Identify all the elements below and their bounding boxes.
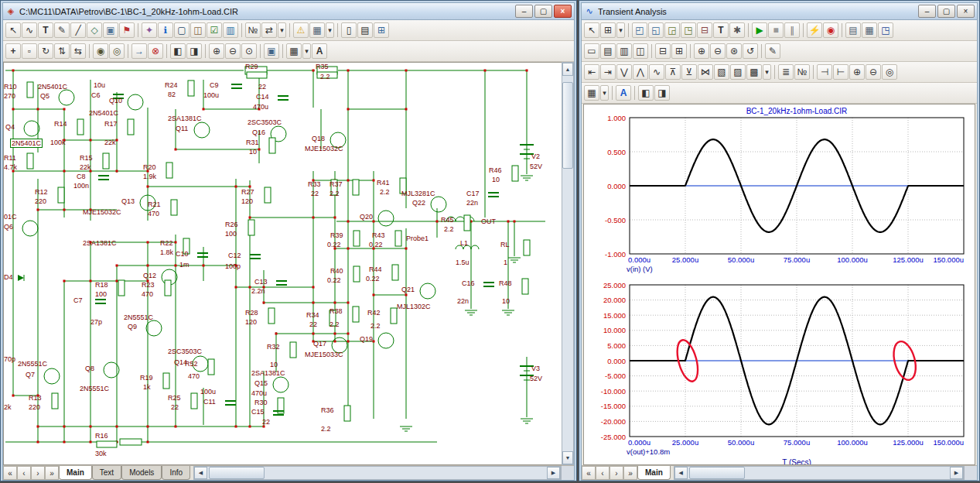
grid-pattern-dropdown[interactable]: ▾ [600, 85, 609, 101]
select-tool[interactable]: ↖ [584, 22, 599, 38]
schematic-label[interactable]: 1.8k [160, 248, 173, 256]
schematic-label[interactable]: 1k [143, 383, 151, 391]
schematic-label[interactable]: R13 [29, 394, 42, 402]
schematic-label[interactable]: Q12 [143, 272, 156, 279]
maximize-button[interactable]: ▢ [534, 5, 552, 18]
select-tool[interactable]: ↖ [5, 22, 21, 38]
schematic-label[interactable]: R26 [225, 221, 238, 228]
scale-mode-button[interactable]: ◰ [632, 22, 647, 38]
probe-button[interactable]: ⚡ [807, 22, 822, 38]
analysis-titlebar[interactable]: ∿ Transient Analysis –▢× [582, 3, 977, 20]
schematic-label[interactable]: 2.2 [320, 73, 330, 80]
tab-main[interactable]: Main [59, 466, 92, 480]
first-page-button[interactable]: « [3, 466, 17, 480]
stop-button[interactable]: ⊗ [148, 43, 163, 59]
scroll-down-icon[interactable]: ▼ [562, 451, 573, 464]
last-page-button[interactable]: » [623, 466, 637, 480]
rotate-button[interactable]: ↻ [38, 43, 53, 59]
schematic-label[interactable]: MJE15032C [305, 145, 343, 152]
mode-grid-button[interactable]: ▦ [286, 43, 302, 59]
schematic-label[interactable]: 2SA1381C [168, 115, 202, 122]
help-window-button[interactable]: ⊞ [374, 22, 389, 38]
tab-info[interactable]: Info [162, 466, 190, 480]
schematic-label[interactable]: C11 [203, 398, 216, 406]
camera-button[interactable]: ▣ [264, 43, 279, 59]
schematic-label[interactable]: 22 [309, 320, 317, 328]
schematic-label[interactable]: 10 [492, 176, 500, 183]
schematic-label[interactable]: 2N5401C [10, 139, 43, 148]
plot-properties-button[interactable]: ✎ [765, 43, 780, 59]
schematic-label[interactable]: 52V [530, 163, 542, 170]
scroll-left-icon[interactable]: ◀ [674, 467, 688, 479]
horizontal-tag-button[interactable]: ◳ [681, 22, 696, 38]
zoom-out-button[interactable]: ⊖ [225, 43, 241, 59]
scroll-right-icon[interactable]: ▶ [950, 467, 963, 479]
schematic-label[interactable]: 10 [249, 148, 257, 156]
schematic-label[interactable]: R27 [241, 188, 254, 196]
schematic-label[interactable]: 22k [104, 139, 116, 146]
schematic-label[interactable]: R45 [441, 216, 454, 224]
vout-plot[interactable]: 25.00020.00015.00010.0005.0000.000-5.000… [586, 280, 973, 465]
run-button[interactable]: ▶ [752, 22, 767, 38]
select-rect-tool[interactable]: ▫ [22, 43, 37, 59]
wire-mode[interactable]: ✎ [54, 22, 70, 38]
picture-mode[interactable]: ▣ [103, 22, 118, 38]
schematic-label[interactable]: 22 [171, 403, 179, 411]
prev-page-button[interactable]: ‹ [596, 466, 610, 480]
schematic-label[interactable]: 2.2 [380, 188, 390, 196]
schematic-label[interactable]: R52 [185, 360, 198, 368]
schematic-label[interactable]: Q21 [401, 286, 415, 293]
next-page-button[interactable]: › [610, 466, 623, 480]
new-page-button[interactable]: ▯ [341, 22, 357, 38]
zoom-in-cursor-button[interactable]: ⊕ [849, 64, 865, 80]
schematic-label[interactable]: R29 [245, 63, 258, 70]
schematic-label[interactable]: C13 [254, 278, 268, 286]
schematic-label[interactable]: C16 [462, 279, 475, 287]
grouped-plots-button[interactable]: ▥ [616, 43, 632, 59]
schematic-label[interactable]: MJL3281C [401, 190, 435, 197]
schematic-label[interactable]: 2SC3503C [248, 118, 282, 126]
schematic-titlebar[interactable]: ◈ C:\MC11\DATA\Petrov\BC-1\BC-1_20kHz-1o… [3, 3, 574, 20]
schematic-label[interactable]: R38 [330, 307, 343, 315]
performance-tag-button[interactable]: ⊟ [697, 22, 712, 38]
global-high-button[interactable]: ⊼ [665, 64, 681, 80]
schematic-label[interactable]: 52V [530, 375, 542, 382]
go-right-button[interactable]: ⊢ [833, 64, 849, 80]
measure-button[interactable]: ⇄ [261, 22, 277, 38]
scroll-thumb[interactable] [689, 467, 745, 479]
schematic-label[interactable]: 70p [4, 355, 15, 363]
schematic-label[interactable]: Q19 [360, 335, 373, 343]
schematic-label[interactable]: R20 [143, 163, 156, 171]
schematic-label[interactable]: 470 [188, 372, 200, 380]
component-mode[interactable]: ∿ [22, 22, 37, 38]
copy-to-clipboard-button[interactable]: ◧ [170, 43, 186, 59]
maximize-button[interactable]: ▢ [937, 5, 955, 18]
node-numbers-button[interactable]: № [245, 22, 261, 38]
schematic-label[interactable]: Q16 [252, 128, 265, 136]
scroll-track[interactable] [207, 467, 547, 479]
schematic-label[interactable]: L1 [460, 239, 468, 247]
split-horizontal-button[interactable]: ⊟ [655, 43, 671, 59]
schematic-label[interactable]: R18 [95, 281, 108, 289]
schematic-label[interactable]: 10 [502, 297, 510, 305]
info-button[interactable]: ℹ [158, 22, 173, 38]
schematic-label[interactable]: R44 [369, 265, 382, 273]
schematic-label[interactable]: 82 [168, 91, 176, 98]
schematic-label[interactable]: Q20 [360, 213, 373, 221]
schematic-label[interactable]: Q9 [128, 323, 137, 331]
schematic-label[interactable]: C15 [251, 408, 265, 416]
flag-mode[interactable]: ⚑ [119, 22, 135, 38]
zoom-area-button[interactable]: ⊙ [241, 43, 257, 59]
schematic-label[interactable]: Q10 [109, 97, 122, 104]
minimize-button[interactable]: – [515, 5, 533, 18]
schematic-label[interactable]: R14 [54, 120, 67, 128]
schematic-label[interactable]: 220 [29, 403, 40, 411]
accumulate-plots-button[interactable]: ▤ [845, 22, 861, 38]
schematic-label[interactable]: 2N5401C [38, 83, 67, 91]
schematic-label[interactable]: C6 [91, 91, 101, 99]
tag-dropdown[interactable]: ▾ [763, 64, 771, 80]
schematic-label[interactable]: V3 [531, 365, 540, 372]
numeric-output-button[interactable]: ◳ [878, 22, 893, 38]
schematic-label[interactable]: 10u [94, 81, 105, 89]
local-max-button[interactable]: ⋀ [633, 64, 648, 80]
